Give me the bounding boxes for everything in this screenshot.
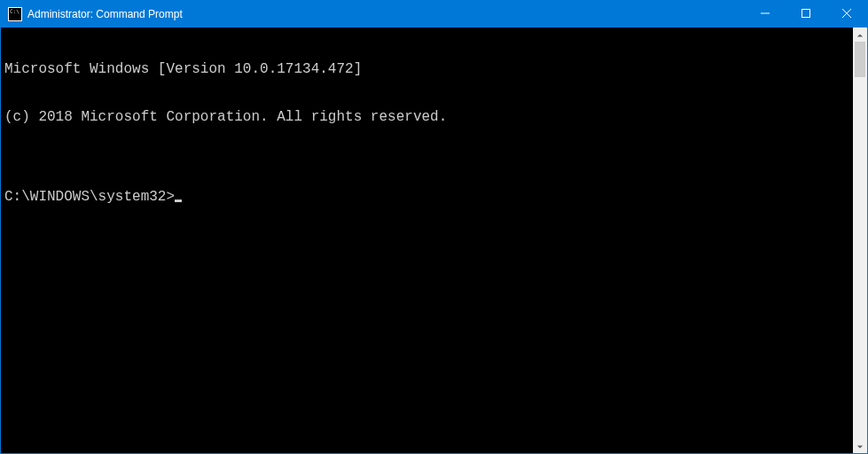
prompt-text: C:\WINDOWS\system32>: [4, 189, 175, 205]
cursor: [175, 200, 182, 202]
prompt-line: C:\WINDOWS\system32>: [4, 189, 849, 205]
client-area: Microsoft Windows [Version 10.0.17134.47…: [1, 27, 867, 453]
scroll-down-button[interactable]: [853, 439, 867, 453]
window-title: Administrator: Command Prompt: [27, 8, 183, 20]
minimize-icon: [761, 8, 770, 20]
window-controls: [745, 1, 867, 27]
chevron-down-icon: [856, 438, 864, 454]
scroll-up-button[interactable]: [853, 27, 867, 42]
titlebar[interactable]: Administrator: Command Prompt: [1, 1, 867, 27]
command-prompt-window: Administrator: Command Prompt Microsoft: [0, 0, 868, 454]
vertical-scrollbar[interactable]: [853, 27, 867, 453]
maximize-icon: [802, 8, 810, 20]
terminal-output[interactable]: Microsoft Windows [Version 10.0.17134.47…: [1, 27, 853, 453]
maximize-button[interactable]: [786, 1, 826, 27]
chevron-up-icon: [856, 27, 864, 43]
close-button[interactable]: [826, 1, 867, 27]
svg-rect-1: [802, 10, 810, 18]
copyright-line: (c) 2018 Microsoft Corporation. All righ…: [4, 109, 849, 125]
scroll-track[interactable]: [853, 42, 867, 439]
minimize-button[interactable]: [745, 1, 786, 27]
close-icon: [842, 8, 851, 20]
scroll-thumb[interactable]: [855, 42, 865, 77]
version-line: Microsoft Windows [Version 10.0.17134.47…: [4, 61, 849, 77]
cmd-icon: [8, 7, 22, 21]
